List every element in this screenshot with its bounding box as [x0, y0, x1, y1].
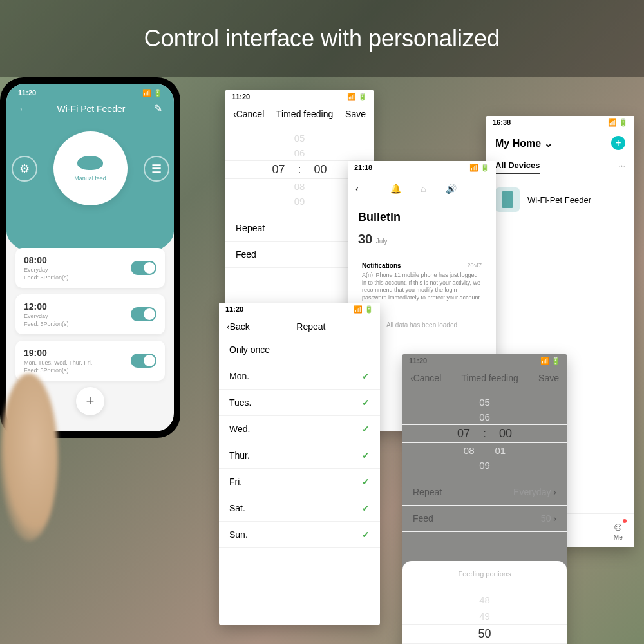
- label: Repeat: [236, 223, 265, 233]
- edit-icon[interactable]: ✎: [154, 102, 162, 115]
- label: Fri.: [229, 477, 242, 487]
- schedule-time: 08:00: [24, 255, 69, 265]
- wheel-selected: 50: [478, 627, 491, 641]
- page-title: Wi-Fi Pet Feeder: [57, 104, 126, 114]
- schedule-time: 12:00: [24, 301, 69, 312]
- notif-title: Notifications: [362, 262, 482, 269]
- repeat-option[interactable]: Tues.✓: [219, 390, 380, 416]
- repeat-row: RepeatEveryday ›: [402, 479, 567, 506]
- label: Tues.: [229, 397, 252, 408]
- cancel-button[interactable]: ‹Cancel: [410, 373, 441, 383]
- schedule-feed: Feed: 5Portion(s): [24, 274, 69, 281]
- schedule-repeat: Everyday: [24, 313, 69, 319]
- label: Feed: [236, 249, 256, 260]
- cancel-button[interactable]: ‹Cancel: [233, 109, 264, 119]
- screen-portions-sheet: 11:20📶 🔋 ‹CancelTimed feedingSave 05 06 …: [402, 354, 567, 644]
- marketing-header: Control interface with personalized: [0, 0, 644, 77]
- device-row[interactable]: Wi-Fi-Pet Feeder: [486, 178, 634, 221]
- back-button[interactable]: ‹Back: [227, 321, 250, 332]
- schedule-feed: Feed: 5Portion(s): [24, 321, 69, 327]
- tab-all-devices[interactable]: All Devices: [495, 160, 540, 174]
- schedule-card[interactable]: 08:00EverydayFeed: 5Portion(s): [15, 248, 165, 288]
- wheel-row: 49: [402, 608, 567, 624]
- schedule-feed: Feed: 5Portion(s): [24, 367, 92, 374]
- tab-label: Me: [612, 534, 624, 541]
- repeat-option-once[interactable]: Only once: [219, 337, 380, 363]
- schedule-card[interactable]: 12:00EverydayFeed: 5Portion(s): [15, 294, 165, 334]
- repeat-option[interactable]: Thur.✓: [219, 442, 380, 469]
- list-icon[interactable]: ☰: [144, 156, 169, 182]
- schedule-toggle[interactable]: [131, 261, 156, 275]
- wheel-row: 06: [402, 410, 567, 424]
- check-icon: ✓: [362, 424, 370, 434]
- schedule-repeat: Everyday: [24, 267, 69, 273]
- page-title: Timed feeding: [276, 109, 333, 119]
- status-time: 16:38: [493, 118, 511, 127]
- status-icons: 📶 🔋: [354, 305, 374, 314]
- wheel-row: 05: [225, 131, 374, 146]
- status-icons: 📶 🔋: [347, 93, 367, 101]
- schedule-toggle[interactable]: [131, 307, 156, 321]
- add-device-button[interactable]: +: [611, 136, 625, 150]
- repeat-option[interactable]: Wed.✓: [219, 416, 380, 442]
- schedule-repeat: Mon. Tues. Wed. Thur. Fri.: [24, 359, 92, 366]
- status-time: 11:20: [18, 89, 36, 97]
- label: Wed.: [229, 424, 250, 434]
- schedule-time: 19:00: [24, 348, 92, 358]
- status-time: 11:20: [225, 305, 243, 314]
- label: Thur.: [229, 450, 250, 460]
- save-button[interactable]: Save: [345, 109, 366, 119]
- bell-icon[interactable]: 🔔: [390, 184, 401, 194]
- device-name: Wi-Fi-Pet Feeder: [527, 195, 591, 205]
- bowl-icon: [77, 156, 103, 170]
- home-selector[interactable]: My Home ⌄: [495, 137, 553, 149]
- add-schedule-button[interactable]: +: [76, 387, 104, 415]
- back-icon[interactable]: ‹: [355, 184, 359, 194]
- schedule-toggle[interactable]: [131, 354, 156, 368]
- repeat-option[interactable]: Fri.✓: [219, 469, 380, 495]
- schedule-card[interactable]: 19:00Mon. Tues. Wed. Thur. Fri.Feed: 5Po…: [15, 341, 165, 381]
- status-time: 21:18: [354, 164, 372, 172]
- speaker-icon[interactable]: 🔊: [446, 184, 457, 194]
- status-time: 11:20: [409, 357, 427, 365]
- wheel-minute: 00: [314, 163, 327, 176]
- manual-feed-button[interactable]: Manual feed: [53, 131, 128, 205]
- more-icon[interactable]: ···: [618, 160, 625, 174]
- notif-body: A(n) iPhone 11 mobile phone has just log…: [362, 272, 482, 302]
- label: Sun.: [229, 529, 248, 540]
- bulletin-title: Bulletin: [348, 203, 496, 232]
- wheel-row: 09: [402, 458, 567, 473]
- wheel-hour: 07: [272, 163, 285, 176]
- time-picker-dimmed: 05 06 07:00 0801 09: [402, 388, 567, 479]
- stage: 11:20 📶 🔋 ← Wi-Fi Pet Feeder ✎ ⚙ Manual …: [0, 77, 644, 644]
- page-title: Repeat: [296, 321, 325, 332]
- screen-repeat: 11:20📶 🔋 ‹BackRepeat Only once Mon.✓ Tue…: [219, 303, 380, 625]
- status-icons: 📶 🔋: [469, 164, 489, 172]
- wheel-row: 48: [402, 592, 567, 608]
- wheel-row: 06: [225, 146, 374, 160]
- header-title: Control interface with personalized: [144, 25, 500, 52]
- tab-me[interactable]: ☺Me: [612, 520, 624, 541]
- status-time: 11:20: [232, 93, 250, 101]
- label: Sat.: [229, 503, 245, 513]
- chevron-down-icon: ⌄: [544, 138, 553, 149]
- repeat-option[interactable]: Sat.✓: [219, 495, 380, 522]
- check-icon: ✓: [362, 477, 370, 487]
- status-icons: 📶 🔋: [608, 118, 628, 127]
- wheel-row: 05: [402, 395, 567, 410]
- check-icon: ✓: [362, 529, 370, 540]
- repeat-option[interactable]: Mon.✓: [219, 363, 380, 390]
- wheel-row: 01: [495, 445, 506, 456]
- save-button[interactable]: Save: [538, 373, 559, 383]
- back-icon[interactable]: ←: [18, 103, 28, 115]
- notif-time: 20:47: [467, 262, 482, 269]
- settings-icon[interactable]: ⚙: [12, 156, 37, 182]
- home-icon[interactable]: ⌂: [421, 184, 426, 194]
- portions-picker[interactable]: 48 49 50: [402, 585, 567, 644]
- wheel-row: 08: [464, 445, 475, 456]
- repeat-option[interactable]: Sun.✓: [219, 522, 380, 548]
- check-icon: ✓: [362, 450, 370, 460]
- feed-row: Feed50 ›: [402, 506, 567, 532]
- page-title: Timed feeding: [462, 373, 518, 383]
- notification-card[interactable]: 20:47 Notifications A(n) iPhone 11 mobil…: [355, 256, 488, 308]
